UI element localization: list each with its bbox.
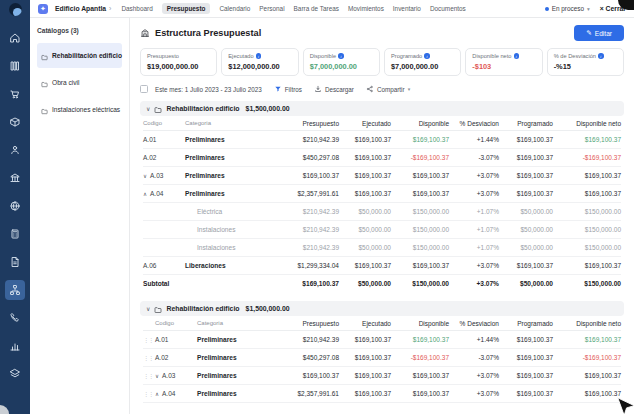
chevron-down-icon[interactable]: ∨ [146, 305, 150, 312]
nav-item-documentos[interactable]: Documentos [430, 5, 466, 12]
subtotal-value: $150,000.00 [553, 280, 621, 287]
row-value: $169,100.37 [553, 262, 621, 269]
nav-item-calendario[interactable]: Calendario [219, 5, 250, 12]
row-category: Liberaciones [185, 262, 273, 269]
section-amount: $1,500,000.00 [246, 105, 290, 112]
rail-item-library[interactable] [5, 56, 25, 76]
rail-item-globe[interactable] [5, 196, 25, 216]
table-row: Instalaciones $210,942.39$50,000.00$150,… [143, 239, 621, 257]
chevron-up-icon[interactable]: ∧ [155, 391, 159, 397]
kpi-card: Programado $7,000,000.00 [384, 48, 461, 76]
nav-item-movimientos[interactable]: Movimientos [348, 5, 384, 12]
row-category: Preliminares [197, 372, 273, 379]
rail-item-document[interactable] [5, 252, 25, 272]
edit-button[interactable]: ✎ Editar [574, 25, 624, 41]
project-breadcrumb[interactable]: Edificio Apantla [55, 5, 106, 12]
status-dropdown[interactable]: En proceso ▾ [545, 5, 590, 12]
kpi-label: Disponible neto [472, 53, 511, 59]
rail-item-layers[interactable] [5, 364, 25, 384]
rail-item-bank[interactable] [5, 168, 25, 188]
section-amount: $1,500,000.00 [246, 305, 290, 312]
workspace-avatar[interactable] [9, 3, 22, 16]
drag-handle-icon[interactable]: ⋮⋮ [143, 390, 155, 397]
drag-handle-icon[interactable]: ⋮⋮ [143, 354, 155, 361]
row-value: $169,100.37 [339, 372, 391, 379]
row-value: $169,100.37 [391, 336, 449, 343]
info-icon[interactable] [424, 53, 430, 59]
checkbox[interactable] [140, 85, 148, 93]
row-category: Preliminares [185, 172, 273, 179]
row-value: $169,100.37 [339, 336, 391, 343]
nav-item-barra-de-tareas[interactable]: Barra de Tareas [294, 5, 339, 12]
calculator-icon [9, 228, 21, 240]
sidebar-item[interactable]: Instalaciones eléctricas [37, 97, 122, 122]
rail-item-calculator[interactable] [5, 224, 25, 244]
info-icon[interactable] [338, 53, 344, 59]
row-value: $169,100.37 [499, 136, 553, 143]
kpi-value: -%15 [554, 62, 617, 71]
row-value: +3.07% [449, 390, 499, 397]
rail-item-sitemap[interactable] [5, 280, 25, 300]
chevron-up-icon[interactable]: ∧ [143, 191, 147, 197]
row-value: $50,000.00 [339, 208, 391, 215]
row-value: $169,100.37 [339, 390, 391, 397]
row-value: $169,100.37 [499, 336, 553, 343]
row-value: $169,100.37 [499, 172, 553, 179]
chevron-down-icon[interactable]: ∨ [143, 173, 147, 179]
row-value: $50,000.00 [499, 244, 553, 251]
info-icon[interactable] [514, 53, 520, 59]
rail-item-phone[interactable] [5, 308, 25, 328]
rail-item-cart[interactable] [5, 84, 25, 104]
nav-item-dashboard[interactable]: Dashboard [121, 5, 152, 12]
row-value: +3.07% [449, 190, 499, 197]
section-title: Rehabilitación edificio [166, 105, 239, 112]
section-header[interactable]: ∨ Rehabilitación edificio $1,500,000.00 [140, 301, 624, 316]
table-row: ⋮⋮ A.02 Preliminares $450,297.08$169,100… [143, 349, 621, 367]
row-value: $150,000.00 [553, 244, 621, 251]
rail-item-chart[interactable] [5, 336, 25, 356]
row-category: Instalaciones [185, 226, 273, 233]
rail-item-home[interactable] [5, 28, 25, 48]
info-icon[interactable] [598, 53, 604, 59]
filters-button[interactable]: Filtros [274, 85, 302, 93]
download-button[interactable]: Descargar [314, 85, 354, 93]
chevron-down-icon[interactable]: ∨ [146, 105, 150, 112]
row-value: $210,942.39 [273, 136, 339, 143]
drag-handle-icon[interactable]: ⋮⋮ [143, 336, 155, 343]
structure-icon [140, 28, 150, 38]
nav-item-presupuesto[interactable]: Presupuesto [162, 3, 211, 14]
row-value: $210,942.39 [273, 336, 339, 343]
sitemap-icon [9, 284, 21, 296]
row-value: $169,100.37 [339, 136, 391, 143]
section-header[interactable]: ∨ Rehabilitación edificio $1,500,000.00 [140, 101, 624, 116]
sidebar-item[interactable]: Rehabilitación edificio [37, 43, 122, 68]
drag-handle-icon[interactable]: ⋮⋮ [143, 372, 155, 379]
table-row: A.06 Liberaciones $1,299,334.04$169,100.… [143, 257, 621, 275]
nav-item-inventario[interactable]: Inventario [393, 5, 421, 12]
nav-item-personal[interactable]: Personal [259, 5, 284, 12]
row-value: $169,100.37 [339, 354, 391, 361]
row-value: $1,299,334.04 [273, 262, 339, 269]
kpi-value: $12,000,000.00 [228, 62, 291, 71]
row-value: $150,000.00 [391, 208, 449, 215]
rail-item-worker[interactable] [5, 140, 25, 160]
app-logo-icon[interactable]: ✦ [38, 4, 48, 14]
row-value: $169,100.37 [499, 154, 553, 161]
row-value: +1.07% [449, 208, 499, 215]
info-icon[interactable] [256, 53, 262, 59]
col-header: Presupuesto [273, 320, 339, 327]
chevron-down-icon[interactable]: ∨ [155, 373, 159, 379]
row-value: $169,100.37 [553, 336, 621, 343]
folder-icon [154, 100, 162, 118]
row-value: $450,297.08 [273, 354, 339, 361]
date-range-filter[interactable]: Este mes: 1 Julio 2023 - 23 Julio 2023 [140, 85, 262, 93]
table-row: A.01 Preliminares $210,942.39$169,100.37… [143, 131, 621, 149]
rail-item-package[interactable] [5, 112, 25, 132]
icon-rail [0, 0, 30, 414]
row-value: $169,100.37 [273, 372, 339, 379]
row-value: $50,000.00 [339, 226, 391, 233]
sidebar-item[interactable]: Obra civil [37, 70, 122, 95]
share-button[interactable]: Compartir ▾ [366, 85, 410, 93]
kpi-card: Disponible neto -$103 [465, 48, 542, 76]
row-value: $169,100.37 [339, 190, 391, 197]
